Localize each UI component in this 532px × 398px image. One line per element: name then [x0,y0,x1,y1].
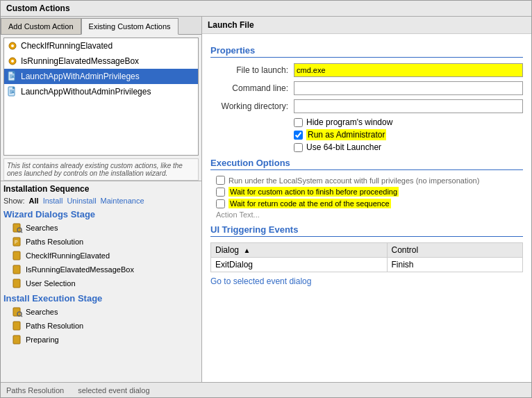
wait-return-checkbox[interactable] [216,199,225,208]
command-line-row: Command line: [210,81,523,95]
seq-label-searches-wizard: Searches [26,224,58,232]
right-header: Launch File [202,17,531,34]
wait-finish-label: Wait for custom action to finish before … [228,187,399,197]
seq-label-preparing: Preparing [26,335,59,344]
svg-rect-25 [13,322,20,330]
searches-install-icon [12,306,23,317]
seq-item-checkifrunning[interactable]: CheckIfRunningElavated [3,249,199,263]
gear-icon [7,56,18,67]
wait-return-row: Wait for return code at the end of the s… [216,199,523,208]
col-dialog-header[interactable]: Dialog ▲ [211,243,388,258]
local-system-label: Run under the LocalSystem account with f… [228,176,479,185]
action-item-checkifrunningelavated[interactable]: CheckIfRunningElavated [4,38,198,53]
install-stage-title: Install Execution Stage [3,293,199,304]
paths-icon-wizard: P [12,236,23,247]
seq-item-paths-install[interactable]: Paths Resolution [3,319,199,333]
tab-add-custom-action[interactable]: Add Custom Action [1,18,81,34]
seq-label-isrunning: IsRunningElavatedMessageBox [26,265,134,274]
svg-marker-5 [13,72,15,74]
wait-finish-row: Wait for custom action to finish before … [216,187,523,197]
local-system-row: Run under the LocalSystem account with f… [216,176,523,185]
run-as-admin-row: Run as Administrator [294,129,523,140]
control-cell: Finish [387,258,523,272]
seq-label-paths-install: Paths Resolution [26,322,83,330]
paths-resolution-status: Paths Resolution [6,386,64,395]
working-dir-label: Working directory: [210,101,294,111]
sort-arrow: ▲ [243,247,250,254]
tab-existing-custom-actions[interactable]: Existing Custom Actions [81,18,178,35]
checkifrunning-icon [12,250,23,261]
right-panel: Launch File Properties File to launch: C… [202,17,531,382]
action-text-label: Action Text... [216,210,523,219]
hide-window-row: Hide program's window [294,117,523,127]
run-as-admin-checkbox[interactable] [294,131,303,140]
file-to-launch-row: File to launch: [210,63,523,77]
main-window: Custom Actions Add Custom Action Existin… [0,0,532,398]
seq-label-searches-install: Searches [26,308,58,316]
seq-item-preparing[interactable]: Preparing [3,333,199,347]
action-item-launchappwithadminprivileges[interactable]: LaunchAppWithAdminPrivileges [4,69,198,84]
seq-item-isrunning[interactable]: IsRunningElavatedMessageBox [3,263,199,276]
triggering-title: UI Triggering Events [210,224,523,237]
wizard-stage-title: Wizard Dialogs Stage [3,209,199,219]
file-to-launch-label: File to launch: [210,65,294,75]
show-install[interactable]: Install [43,197,63,205]
paths-install-icon [12,320,23,331]
table-row[interactable]: ExitDialog Finish [211,258,523,272]
show-uninstall[interactable]: Uninstall [67,197,96,205]
run-as-admin-label: Run as Administrator [306,129,386,140]
action-label: LaunchAppWithoutAdminPrivileges [21,87,151,97]
show-all[interactable]: All [29,197,39,205]
isrunning-icon [12,264,23,275]
selected-event-status: selected event dialog [78,386,149,395]
seq-item-searches-install[interactable]: Searches [3,305,199,319]
dialog-cell: ExitDialog [211,258,388,272]
svg-rect-26 [13,335,20,344]
preparing-icon [12,334,23,345]
local-system-checkbox[interactable] [216,176,225,185]
command-line-input[interactable] [294,81,523,95]
seq-item-searches-wizard[interactable]: Searches [3,221,199,235]
show-label: Show: [3,197,25,205]
use-64bit-label: Use 64-bit Launcher [306,142,381,152]
use-64bit-checkbox[interactable] [294,143,303,152]
actions-list: CheckIfRunningElavated IsRunningElavated… [3,38,199,156]
action-label: CheckIfRunningElavated [21,41,113,51]
command-line-label: Command line: [210,83,294,93]
svg-rect-19 [13,251,20,260]
install-seq-title: Installation Sequence [3,184,199,194]
seq-item-paths-wizard[interactable]: P Paths Resolution [3,235,199,249]
wait-finish-checkbox[interactable] [216,188,225,197]
installation-sequence: Installation Sequence Show: All Install … [1,181,201,382]
file-to-launch-input[interactable] [294,63,523,77]
properties-title: Properties [210,45,523,58]
wait-return-label: Wait for return code at the end of the s… [228,199,391,208]
main-content: Add Custom Action Existing Custom Action… [1,17,531,382]
working-dir-input[interactable] [294,99,523,113]
userselection-icon [12,278,23,289]
page-icon [7,71,18,82]
svg-text:P: P [15,240,18,244]
seq-item-userselection[interactable]: User Selection [3,276,199,290]
hide-window-checkbox[interactable] [294,118,303,127]
action-item-launchappwithoutadminprivileges[interactable]: LaunchAppWithoutAdminPrivileges [4,84,198,99]
svg-marker-10 [13,87,15,89]
show-maintenance[interactable]: Maintenance [101,197,144,205]
seq-label-userselection: User Selection [26,279,76,288]
searches-icon [12,222,23,233]
svg-point-3 [11,60,14,63]
gear-icon [7,40,18,51]
svg-rect-21 [13,279,20,288]
working-dir-row: Working directory: [210,99,523,113]
window-title: Custom Actions [1,1,531,17]
action-item-isrunningelavatedmessagebox[interactable]: IsRunningElavatedMessageBox [4,53,198,69]
page-icon [7,86,18,97]
svg-rect-20 [13,265,20,274]
svg-line-16 [22,232,23,233]
col-control-header[interactable]: Control [387,243,523,258]
go-to-selected-link[interactable]: Go to selected event dialog [210,276,311,286]
show-bar: Show: All Install Uninstall Maintenance [3,197,199,205]
bottom-bar: Paths Resolution selected event dialog [1,382,531,397]
svg-point-1 [11,44,14,47]
seq-label-paths-wizard: Paths Resolution [26,238,83,246]
